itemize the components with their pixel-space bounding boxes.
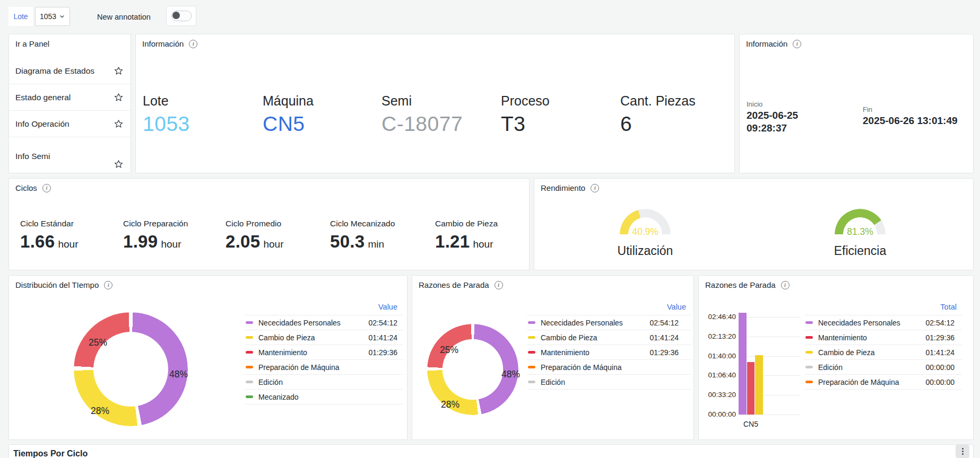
legend-swatch[interactable] xyxy=(528,381,535,383)
new-annotation-toggle[interactable] xyxy=(171,11,192,21)
nav-item[interactable]: Info Semi xyxy=(9,137,131,173)
info-icon[interactable]: i xyxy=(793,40,801,48)
panel-title[interactable]: Información i xyxy=(142,39,197,48)
panel-title[interactable]: Razones de Parada i xyxy=(419,280,503,289)
info-icon[interactable]: i xyxy=(495,281,503,289)
legend-swatch[interactable] xyxy=(246,381,253,383)
panel-title-text[interactable]: Distribución del TIempo xyxy=(15,280,99,289)
legend-label[interactable]: Edición xyxy=(541,378,679,386)
info-icon[interactable]: i xyxy=(189,40,197,48)
legend-label[interactable]: Edición xyxy=(818,363,926,372)
legend-swatch[interactable] xyxy=(246,395,253,398)
panel-title-text[interactable]: Ciclos xyxy=(15,183,37,192)
legend-label[interactable]: Preparación de Máquina xyxy=(258,363,397,372)
x-axis-label: CN5 xyxy=(733,420,769,428)
gauge-value: 81.3% xyxy=(835,226,886,235)
nav-item-label[interactable]: Info Operación xyxy=(15,117,70,130)
nav-item[interactable]: Info Operación xyxy=(9,111,131,137)
legend-value: 01:41:24 xyxy=(926,348,955,357)
legend-item[interactable]: Edición xyxy=(527,375,691,390)
panel-title-text[interactable]: Información xyxy=(142,39,184,48)
info-icon[interactable]: i xyxy=(781,281,790,289)
legend-label[interactable]: Preparación de Máquina xyxy=(541,363,679,372)
legend-item[interactable]: Edición xyxy=(245,375,403,390)
panel-razones-de-parada-bars: Razones de Parada i 02:46:4002:13:2001:4… xyxy=(698,275,974,440)
legend-label[interactable]: Mantenimiento xyxy=(818,333,926,342)
stat-unit: min xyxy=(368,239,384,250)
nav-item-label[interactable]: Info Semi xyxy=(15,149,50,163)
star-icon[interactable] xyxy=(114,160,123,169)
info-icon[interactable]: i xyxy=(104,281,112,289)
legend-label[interactable]: Edición xyxy=(258,378,397,386)
legend-swatch[interactable] xyxy=(805,321,813,324)
nav-item[interactable]: Estado general xyxy=(9,84,131,111)
legend-item[interactable]: Mantenimiento01:29:36 xyxy=(804,330,962,345)
star-icon[interactable] xyxy=(114,119,123,128)
legend-value: 02:54:12 xyxy=(926,319,955,327)
legend-swatch[interactable] xyxy=(805,366,813,368)
legend-label[interactable]: Cambio de Pieza xyxy=(258,333,369,342)
panel-menu-kebab-icon[interactable] xyxy=(956,445,969,458)
stat-label: Ciclo Mecanizado xyxy=(330,219,395,228)
legend-swatch[interactable] xyxy=(246,321,253,324)
legend-header[interactable]: Value xyxy=(245,302,403,315)
legend-header[interactable]: Total xyxy=(804,302,962,315)
legend-swatch[interactable] xyxy=(528,351,535,354)
legend-label[interactable]: Mantenimiento xyxy=(258,348,369,357)
legend-item[interactable]: Nececidades Personales02:54:12 xyxy=(527,315,691,330)
legend-swatch[interactable] xyxy=(805,351,813,354)
legend-label[interactable]: Nececidades Personales xyxy=(541,319,650,327)
legend-label[interactable]: Nececidades Personales xyxy=(258,319,369,327)
panel-title-text[interactable]: Razones de Parada xyxy=(419,280,489,289)
legend-item[interactable]: Cambio de Pieza01:41:24 xyxy=(527,330,691,345)
lote-variable-dropdown[interactable]: 1053 xyxy=(35,7,70,26)
star-icon[interactable] xyxy=(114,93,123,102)
legend-label[interactable]: Cambio de Pieza xyxy=(818,348,926,357)
legend-swatch[interactable] xyxy=(805,336,813,339)
legend-item[interactable]: Preparación de Máquina00:00:00 xyxy=(804,375,962,390)
legend-item[interactable]: Cambio de Pieza01:41:24 xyxy=(804,345,962,360)
info-icon[interactable]: i xyxy=(42,184,51,192)
panel-title[interactable]: Tiempos Por Ciclo xyxy=(13,449,88,458)
legend-item[interactable]: Edición00:00:00 xyxy=(804,360,962,375)
legend-item[interactable]: Mecanizado xyxy=(245,390,403,404)
dashboard: Lote 1053 New annotation Ir a Panel Diag… xyxy=(0,0,980,458)
panel-title[interactable]: Ciclos i xyxy=(15,183,51,192)
legend-item[interactable]: Nececidades Personales02:54:12 xyxy=(245,315,403,330)
legend-swatch[interactable] xyxy=(528,336,535,339)
legend-swatch[interactable] xyxy=(528,366,535,368)
legend-header[interactable]: Value xyxy=(527,302,691,315)
panel-title-text[interactable]: Rendimiento xyxy=(541,183,585,192)
legend-item[interactable]: Mantenimiento01:29:36 xyxy=(527,345,691,360)
legend-swatch[interactable] xyxy=(805,381,813,383)
nav-item-label[interactable]: Estado general xyxy=(15,91,71,104)
legend-swatch[interactable] xyxy=(246,336,253,339)
info-icon[interactable]: i xyxy=(591,184,599,192)
legend-swatch[interactable] xyxy=(246,351,253,354)
legend-label[interactable]: Mantenimiento xyxy=(541,348,650,357)
legend-item[interactable]: Preparación de Máquina xyxy=(527,360,691,375)
legend-label[interactable]: Cambio de Pieza xyxy=(541,333,650,342)
nav-item-label[interactable]: Diagrama de Estados xyxy=(15,64,94,77)
panel-title-text[interactable]: Información xyxy=(746,39,787,48)
legend-item[interactable]: Cambio de Pieza01:41:24 xyxy=(245,330,403,345)
panel-title-text[interactable]: Tiempos Por Ciclo xyxy=(13,449,88,458)
stat-unit: hour xyxy=(473,239,493,250)
legend-item[interactable]: Preparación de Máquina xyxy=(245,360,403,375)
legend-item[interactable]: Mantenimiento01:29:36 xyxy=(245,345,403,360)
panel-title[interactable]: Distribución del TIempo i xyxy=(15,280,112,289)
legend-label[interactable]: Nececidades Personales xyxy=(818,319,926,327)
stat-label: Máquina xyxy=(263,93,314,109)
legend-label[interactable]: Mecanizado xyxy=(258,393,397,401)
legend-swatch[interactable] xyxy=(528,321,535,324)
legend-item[interactable]: Nececidades Personales02:54:12 xyxy=(804,315,962,330)
legend-label[interactable]: Preparación de Máquina xyxy=(818,378,926,386)
panel-title[interactable]: Información i xyxy=(746,39,801,48)
panel-title[interactable]: Razones de Parada i xyxy=(705,280,790,289)
star-icon[interactable] xyxy=(114,66,123,75)
stat-label: Cant. Piezas xyxy=(620,93,696,109)
panel-title-text[interactable]: Razones de Parada xyxy=(705,280,776,289)
legend-swatch[interactable] xyxy=(246,366,253,368)
nav-item[interactable]: Diagrama de Estados xyxy=(9,58,131,84)
panel-title[interactable]: Rendimiento i xyxy=(541,183,599,192)
